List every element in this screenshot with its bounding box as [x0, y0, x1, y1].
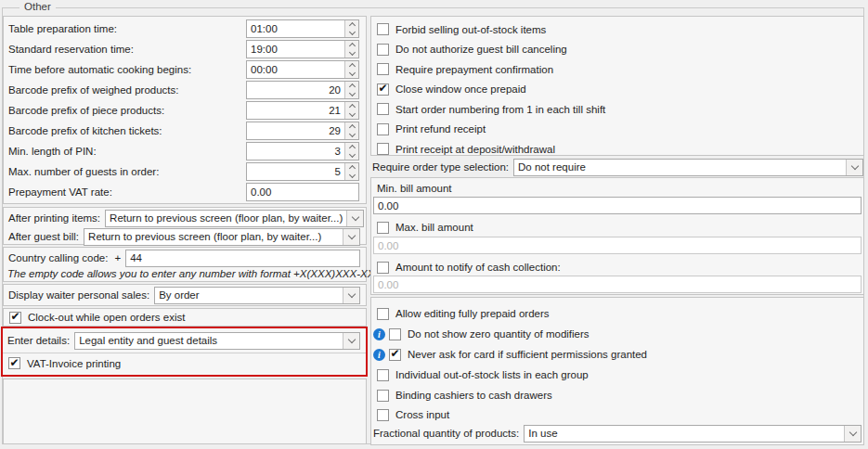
- spin-down-icon[interactable]: [345, 90, 358, 98]
- chevron-down-icon[interactable]: [346, 211, 363, 226]
- setting-row-order-type: Require order type selection: Do not req…: [370, 157, 864, 177]
- number-value[interactable]: 20: [247, 82, 344, 98]
- cash-collection-amount-input[interactable]: 0.00: [373, 276, 862, 293]
- display-sales-dropdown[interactable]: By order: [154, 287, 360, 304]
- require-prepay-confirm-checkbox[interactable]: [377, 63, 389, 75]
- chevron-down-icon[interactable]: [343, 333, 359, 349]
- no-bill-cancel-checkbox[interactable]: [377, 44, 389, 56]
- spinner-buttons[interactable]: [344, 122, 358, 139]
- time-value[interactable]: 00:00: [247, 61, 344, 78]
- vat-rate-value[interactable]: 0.00: [247, 184, 358, 200]
- checkbox-row-max-bill[interactable]: Max. bill amount: [371, 217, 863, 237]
- time-value[interactable]: 19:00: [247, 41, 344, 58]
- number-value[interactable]: 3: [247, 143, 344, 160]
- max-bill-amount-input[interactable]: 0.00: [373, 237, 862, 254]
- dropdown-value[interactable]: In use: [525, 428, 844, 439]
- field-label: Barcode prefix of piece products:: [8, 105, 164, 116]
- allow-editing-prepaid-checkbox[interactable]: [377, 308, 389, 320]
- checkbox-row-binding-cashiers[interactable]: Binding cashiers to cash drawers: [371, 385, 863, 405]
- spinner-buttons[interactable]: [344, 61, 358, 78]
- time-spinedit[interactable]: 19:00: [246, 40, 359, 58]
- fractional-quantity-dropdown[interactable]: In use: [524, 425, 862, 443]
- min-bill-amount-input[interactable]: 0.00: [373, 197, 862, 214]
- cross-input-checkbox[interactable]: [377, 409, 389, 421]
- after-printing-dropdown[interactable]: Return to previous screen (floor plan, b…: [105, 210, 364, 227]
- checkbox-row-cross-input[interactable]: Cross input: [371, 405, 863, 424]
- number-value[interactable]: 29: [247, 122, 344, 139]
- enter-details-dropdown[interactable]: Legal entity and guest details: [74, 332, 360, 350]
- forbid-oos-checkbox[interactable]: [377, 23, 389, 35]
- dropdown-value[interactable]: By order: [155, 289, 343, 301]
- spin-down-icon[interactable]: [345, 29, 358, 37]
- max-bill-amount-value[interactable]: 0.00: [378, 240, 398, 251]
- chevron-down-icon[interactable]: [343, 229, 359, 245]
- number-value[interactable]: 21: [247, 102, 344, 119]
- checkbox-row-forbid-oos[interactable]: Forbid selling out-of-stock items: [371, 19, 863, 40]
- checkbox-row-allow-editing-prepaid[interactable]: Allow editing fully prepaid orders: [371, 303, 863, 324]
- dropdown-value[interactable]: Return to previous screen (floor plan, b…: [84, 231, 343, 242]
- time-spinedit[interactable]: 01:00: [246, 19, 359, 38]
- clockout-checkbox[interactable]: [9, 312, 21, 324]
- checkbox-row-individual-oos-lists[interactable]: Individual out-of-stock lists in each gr…: [371, 365, 863, 385]
- spin-down-icon[interactable]: [345, 151, 358, 160]
- checkbox-row-require-prepay-confirm[interactable]: Require prepayment confirmation: [371, 59, 863, 80]
- checkbox-label: Print receipt at deposit/withdrawal: [395, 144, 555, 155]
- checkbox-row-no-bill-cancel[interactable]: Do not authorize guest bill canceling: [371, 40, 863, 60]
- vat-invoice-checkbox[interactable]: [8, 357, 20, 369]
- spinner-buttons[interactable]: [344, 41, 358, 58]
- setting-row-auto-cooking: Time before automatic cooking begins: 00…: [4, 59, 366, 80]
- min-bill-amount-value[interactable]: 0.00: [378, 200, 398, 212]
- checkbox-row-never-ask-card[interactable]: i Never ask for card if sufficient permi…: [371, 344, 863, 365]
- country-code-input[interactable]: 44: [125, 250, 360, 267]
- spin-down-icon[interactable]: [345, 70, 358, 78]
- number-spinedit[interactable]: 29: [246, 122, 359, 140]
- order-type-dropdown[interactable]: Do not require: [513, 159, 863, 176]
- number-spinedit[interactable]: 21: [246, 101, 359, 120]
- number-value[interactable]: 5: [247, 163, 344, 180]
- number-spinedit[interactable]: 3: [246, 142, 359, 160]
- spin-down-icon[interactable]: [345, 49, 358, 58]
- spinner-buttons[interactable]: [344, 102, 358, 119]
- dropdown-value[interactable]: Do not require: [514, 161, 846, 173]
- country-code-value[interactable]: 44: [130, 252, 142, 263]
- field-label: After guest bill:: [8, 231, 79, 242]
- never-ask-card-checkbox[interactable]: [389, 349, 401, 361]
- time-value[interactable]: 01:00: [247, 20, 344, 37]
- time-spinedit[interactable]: 00:00: [246, 60, 359, 79]
- checkbox-row-zero-qty-modifiers[interactable]: i Do not show zero quantity of modifiers: [371, 324, 863, 344]
- setting-row-barcode-kitchen: Barcode prefix of kitchen tickets: 29: [4, 121, 366, 141]
- spinner-buttons[interactable]: [344, 143, 358, 160]
- checkbox-row-close-window-prepaid[interactable]: Close window once prepaid: [371, 80, 863, 100]
- field-label: Standard reservation time:: [8, 44, 134, 55]
- checkbox-row-order-numbering[interactable]: Start order numbering from 1 in each til…: [371, 99, 863, 120]
- number-spinedit[interactable]: 20: [246, 81, 359, 99]
- individual-oos-lists-checkbox[interactable]: [377, 369, 389, 381]
- after-guest-bill-dropdown[interactable]: Return to previous screen (floor plan, b…: [84, 228, 360, 246]
- close-window-prepaid-checkbox[interactable]: [377, 83, 389, 96]
- cash-collection-checkbox[interactable]: [377, 262, 389, 274]
- dropdown-value[interactable]: Legal entity and guest details: [75, 335, 343, 346]
- print-refund-checkbox[interactable]: [377, 123, 389, 135]
- max-bill-checkbox[interactable]: [377, 222, 389, 234]
- spinner-buttons[interactable]: [344, 82, 358, 98]
- checkbox-row-vat-invoice[interactable]: VAT-Invoice printing: [3, 353, 366, 373]
- binding-cashiers-checkbox[interactable]: [377, 390, 389, 402]
- spin-down-icon[interactable]: [345, 110, 358, 119]
- chevron-down-icon[interactable]: [846, 160, 862, 175]
- chevron-down-icon[interactable]: [844, 426, 861, 442]
- chevron-down-icon[interactable]: [343, 288, 359, 303]
- spin-down-icon[interactable]: [345, 172, 358, 180]
- checkbox-row-cash-collection[interactable]: Amount to notify of cash collection:: [371, 257, 863, 277]
- spinner-buttons[interactable]: [344, 20, 358, 37]
- spinner-buttons[interactable]: [344, 163, 358, 180]
- checkbox-row-print-refund[interactable]: Print refund receipt: [371, 120, 863, 140]
- vat-rate-input[interactable]: 0.00: [246, 183, 359, 201]
- order-numbering-checkbox[interactable]: [377, 103, 389, 115]
- number-spinedit[interactable]: 5: [246, 162, 359, 181]
- checkbox-row-clockout[interactable]: Clock-out while open orders exist: [4, 309, 366, 326]
- spin-down-icon[interactable]: [345, 131, 358, 139]
- dropdown-value[interactable]: Return to previous screen (floor plan, b…: [106, 212, 346, 224]
- zero-qty-modifiers-checkbox[interactable]: [389, 328, 401, 340]
- cash-collection-amount-value[interactable]: 0.00: [378, 279, 398, 290]
- print-deposit-receipt-checkbox[interactable]: [377, 143, 389, 155]
